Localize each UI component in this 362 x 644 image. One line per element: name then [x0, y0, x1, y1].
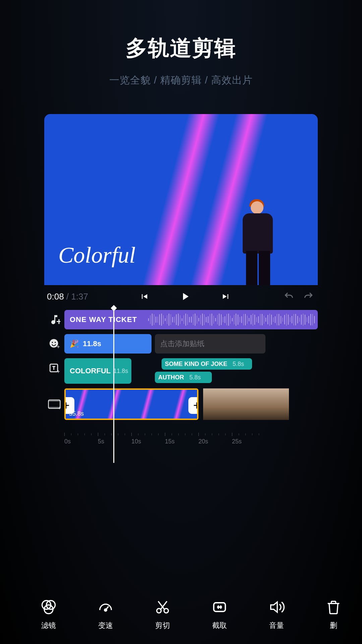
- playbar: 0:08 / 1:37: [44, 286, 318, 307]
- volume-label: 音量: [269, 621, 284, 631]
- video-thumb: [203, 388, 246, 420]
- next-video-clip[interactable]: [203, 388, 289, 420]
- speed-label: 变速: [98, 621, 113, 631]
- text-clip-1-label: COLORFUL: [70, 367, 111, 375]
- video-preview[interactable]: Colorful: [44, 114, 318, 285]
- svg-text:+: +: [56, 317, 60, 326]
- time-ruler[interactable]: 0s5s10s15s20s25s: [64, 431, 318, 446]
- redo-button[interactable]: [302, 291, 315, 302]
- svg-rect-8: [49, 400, 60, 401]
- filter-label: 滤镜: [41, 621, 56, 631]
- playhead[interactable]: [113, 308, 114, 463]
- add-music-icon[interactable]: +: [44, 310, 64, 329]
- sticker-track-row: + 🎉 11.8s 点击添加贴纸: [44, 334, 318, 354]
- sticker-duration: 11.8s: [83, 339, 101, 348]
- video-thumb: [246, 388, 289, 420]
- preview-overlay-text: Colorful: [58, 242, 136, 268]
- add-sticker-icon[interactable]: +: [44, 334, 64, 354]
- ruler-tick: 15s: [165, 431, 198, 446]
- text-clip-2[interactable]: SOME KIND OF JOKE 5.8s: [162, 358, 252, 370]
- prev-button[interactable]: [139, 292, 149, 301]
- cut-label: 剪切: [155, 621, 170, 631]
- speed-icon: [97, 598, 114, 616]
- delete-button[interactable]: 删: [325, 598, 342, 631]
- text-clip-3-label: AUTHOR: [158, 374, 184, 381]
- text-clip-3-dur: 5.8s: [189, 374, 201, 381]
- add-clip-before-button[interactable]: +: [64, 397, 74, 414]
- text-clip-2-dur: 5.8s: [233, 361, 244, 368]
- svg-text:+: +: [57, 343, 60, 350]
- text-clip-1[interactable]: COLORFUL 11.8s: [64, 358, 131, 384]
- music-track-row: + ONE WAY TICKET: [44, 310, 318, 329]
- text-clip-2-label: SOME KIND OF JOKE: [165, 361, 227, 368]
- crop-button[interactable]: 截取: [211, 598, 228, 631]
- duration: 1:37: [71, 291, 88, 302]
- selected-video-clip[interactable]: + 35.8s +: [64, 388, 198, 420]
- header: 多轨道剪辑 一览全貌 / 精确剪辑 / 高效出片: [44, 34, 318, 87]
- text-clip-3[interactable]: AUTHOR 5.8s: [155, 372, 212, 383]
- sticker-placeholder-label: 点击添加贴纸: [160, 339, 204, 349]
- svg-text:+: +: [57, 368, 60, 374]
- time-display: 0:08 / 1:37: [47, 291, 88, 302]
- text-clip-1-dur: 11.8s: [113, 368, 128, 375]
- volume-icon: [268, 598, 285, 616]
- undo-button[interactable]: [282, 291, 296, 302]
- add-clip-after-button[interactable]: +: [188, 397, 198, 414]
- filter-button[interactable]: 滤镜: [40, 598, 57, 631]
- crop-label: 截取: [212, 621, 227, 631]
- page-title: 多轨道剪辑: [44, 34, 318, 63]
- add-text-icon[interactable]: +: [44, 358, 64, 378]
- bottom-toolbar: 滤镜 变速 剪切 截取 音量 删: [0, 598, 362, 631]
- volume-button[interactable]: 音量: [268, 598, 285, 631]
- svg-text:+: +: [58, 405, 61, 409]
- video-thumb: [131, 390, 164, 419]
- delete-label: 删: [330, 621, 337, 631]
- speed-button[interactable]: 变速: [97, 598, 114, 631]
- ruler-tick: 25s: [232, 431, 265, 446]
- scissors-icon: [154, 598, 171, 616]
- next-button[interactable]: [221, 292, 231, 301]
- current-time: 0:08: [47, 291, 64, 302]
- preview-figure: [234, 198, 281, 285]
- play-button[interactable]: [179, 290, 191, 303]
- crop-icon: [211, 598, 228, 616]
- ruler-tick: 10s: [131, 431, 165, 446]
- text-track-row: + COLORFUL 11.8s SOME KIND OF JOKE 5.8s …: [44, 358, 318, 384]
- cut-button[interactable]: 剪切: [154, 598, 171, 631]
- svg-point-3: [55, 342, 56, 343]
- page-subtitle: 一览全貌 / 精确剪辑 / 高效出片: [44, 73, 318, 87]
- add-video-icon[interactable]: +: [44, 388, 64, 420]
- music-clip[interactable]: ONE WAY TICKET: [64, 310, 318, 329]
- svg-point-15: [157, 608, 161, 613]
- filter-icon: [40, 598, 57, 616]
- sticker-placeholder[interactable]: 点击添加贴纸: [155, 334, 265, 354]
- ruler-tick: 0s: [64, 431, 98, 446]
- waveform: [148, 313, 314, 326]
- svg-point-2: [52, 342, 53, 343]
- sticker-emoji: 🎉: [70, 339, 79, 348]
- time-sep: /: [64, 291, 71, 302]
- video-track-row: + + 35.8s +: [44, 388, 318, 429]
- timeline-tracks: + ONE WAY TICKET + 🎉 11.8s 点击添加贴纸 +: [44, 310, 318, 446]
- svg-point-16: [164, 608, 168, 613]
- ruler-tick: 5s: [98, 431, 131, 446]
- ruler-tick: 20s: [198, 431, 232, 446]
- sticker-clip[interactable]: 🎉 11.8s: [64, 334, 152, 354]
- trash-icon: [325, 598, 342, 616]
- music-clip-label: ONE WAY TICKET: [70, 315, 137, 324]
- video-thumb: [99, 390, 131, 419]
